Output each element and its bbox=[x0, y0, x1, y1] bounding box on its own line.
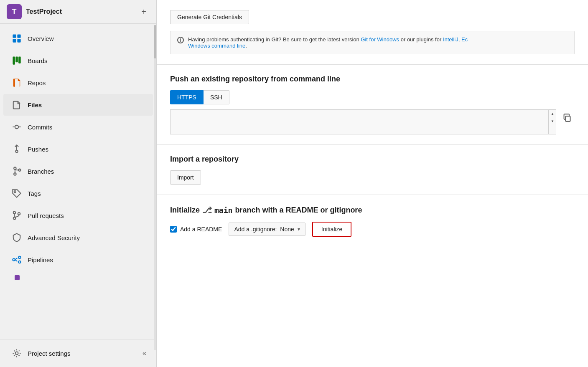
eclipse-link[interactable]: Ec bbox=[461, 36, 468, 43]
security-icon bbox=[10, 231, 23, 244]
commits-icon bbox=[10, 120, 23, 134]
sidebar-item-label: Boards bbox=[28, 57, 48, 64]
svg-rect-3 bbox=[17, 39, 20, 42]
svg-rect-4 bbox=[13, 56, 15, 64]
sidebar-item-pipelines[interactable]: Pipelines bbox=[3, 249, 153, 271]
gitignore-label: Add a .gitignore: bbox=[234, 226, 277, 233]
svg-point-10 bbox=[15, 150, 18, 153]
svg-point-26 bbox=[15, 352, 18, 355]
sidebar-item-label: Branches bbox=[28, 168, 54, 175]
tab-ssh[interactable]: SSH bbox=[204, 90, 229, 104]
add-readme-checkbox-label[interactable]: Add a README bbox=[170, 226, 222, 233]
svg-point-13 bbox=[14, 173, 16, 175]
sidebar-item-label: Pull requests bbox=[28, 212, 64, 219]
init-section: Initialize ⎇ main branch with a README o… bbox=[157, 195, 588, 247]
import-section: Import a repository Import bbox=[157, 145, 588, 195]
svg-rect-1 bbox=[17, 34, 20, 38]
info-text-3: , bbox=[458, 36, 461, 43]
copy-code-button[interactable] bbox=[560, 110, 575, 125]
svg-rect-6 bbox=[18, 56, 21, 63]
svg-rect-5 bbox=[15, 56, 18, 62]
sidebar-item-pushes[interactable]: Pushes bbox=[3, 138, 153, 160]
sidebar: T TestProject + Overview Boards Repos bbox=[0, 0, 157, 367]
main-content: Generate Git Credentials i Having proble… bbox=[157, 0, 588, 367]
git-info-banner: i Having problems authenticating in Git?… bbox=[170, 31, 575, 54]
sidebar-item-label: Repos bbox=[28, 79, 46, 86]
files-icon bbox=[10, 98, 23, 111]
code-textarea[interactable] bbox=[170, 109, 549, 134]
sidebar-item-advanced-security[interactable]: Advanced Security bbox=[3, 227, 153, 248]
windows-cmdline-link[interactable]: Windows command line bbox=[188, 43, 245, 49]
svg-line-25 bbox=[15, 260, 18, 261]
chevron-down-icon: ▾ bbox=[298, 226, 300, 232]
textarea-scrollbar: ▲ ▼ bbox=[549, 109, 556, 134]
code-textarea-container: ▲ ▼ bbox=[170, 109, 556, 134]
import-button[interactable]: Import bbox=[170, 170, 201, 185]
info-icon: i bbox=[177, 37, 184, 43]
init-title-suffix: branch with a README or gitignore bbox=[235, 206, 362, 215]
sidebar-item-files[interactable]: Files bbox=[3, 94, 153, 116]
sidebar-scrollbar-track bbox=[154, 25, 156, 350]
settings-icon bbox=[10, 347, 23, 360]
project-color-indicator bbox=[15, 275, 20, 280]
gen-creds-section: Generate Git Credentials i Having proble… bbox=[157, 0, 588, 65]
git-info-text: Having problems authenticating in Git? B… bbox=[188, 36, 468, 49]
pull-requests-icon bbox=[10, 209, 23, 222]
info-text-2: or our plugins for bbox=[399, 36, 443, 43]
scroll-up-button[interactable]: ▲ bbox=[549, 110, 556, 117]
svg-point-7 bbox=[15, 125, 18, 129]
sidebar-item-overview[interactable]: Overview bbox=[3, 28, 153, 49]
add-readme-checkbox[interactable] bbox=[170, 226, 177, 233]
sidebar-item-boards[interactable]: Boards bbox=[3, 50, 153, 71]
svg-point-18 bbox=[13, 217, 16, 220]
scroll-down-button[interactable]: ▼ bbox=[549, 117, 556, 125]
sidebar-item-commits[interactable]: Commits bbox=[3, 116, 153, 138]
tags-icon bbox=[10, 187, 23, 200]
info-period: . bbox=[245, 43, 247, 49]
svg-point-17 bbox=[13, 211, 16, 214]
sidebar-item-pull-requests[interactable]: Pull requests bbox=[3, 205, 153, 226]
boards-icon bbox=[10, 54, 23, 67]
sidebar-item-tags[interactable]: Tags bbox=[3, 182, 153, 204]
svg-point-23 bbox=[18, 261, 21, 263]
collapse-sidebar-button[interactable]: « bbox=[143, 349, 146, 357]
readme-label: Add a README bbox=[180, 226, 222, 233]
initialize-button[interactable]: Initialize bbox=[312, 222, 352, 237]
sidebar-item-repos[interactable]: Repos bbox=[3, 72, 153, 94]
sidebar-item-label: Advanced Security bbox=[28, 234, 80, 241]
intellij-link[interactable]: IntelliJ bbox=[443, 36, 458, 43]
sidebar-item-label: Pipelines bbox=[28, 256, 53, 263]
tab-https[interactable]: HTTPS bbox=[170, 90, 204, 104]
init-section-title: Initialize ⎇ main branch with a README o… bbox=[170, 205, 575, 215]
pipelines-icon bbox=[10, 253, 23, 266]
project-title: TestProject bbox=[26, 8, 138, 15]
init-title-prefix: Initialize bbox=[170, 206, 200, 215]
sidebar-item-color-dot bbox=[3, 271, 153, 284]
sidebar-scrollbar-thumb[interactable] bbox=[154, 25, 156, 58]
init-options-row: Add a README Add a .gitignore: None ▾ In… bbox=[170, 222, 575, 237]
sidebar-item-branches[interactable]: Branches bbox=[3, 160, 153, 182]
sidebar-item-label: Tags bbox=[28, 190, 41, 197]
svg-rect-27 bbox=[565, 116, 570, 121]
info-text-1: Having problems authenticating in Git? B… bbox=[188, 36, 361, 43]
sidebar-item-label: Overview bbox=[28, 35, 54, 42]
add-project-button[interactable]: + bbox=[138, 6, 150, 18]
sidebar-item-label: Commits bbox=[28, 124, 52, 131]
gitignore-select[interactable]: Add a .gitignore: None ▾ bbox=[229, 223, 305, 236]
project-avatar: T bbox=[7, 4, 22, 19]
git-windows-link[interactable]: Git for Windows bbox=[361, 36, 399, 43]
svg-point-22 bbox=[18, 256, 21, 259]
sidebar-item-project-settings[interactable]: Project settings « bbox=[3, 342, 153, 364]
init-branch-name: main bbox=[214, 206, 232, 215]
branches-icon bbox=[10, 165, 23, 178]
pushes-icon bbox=[10, 142, 23, 156]
generate-git-credentials-button[interactable]: Generate Git Credentials bbox=[170, 10, 249, 24]
svg-point-16 bbox=[14, 191, 16, 192]
svg-rect-0 bbox=[13, 34, 16, 38]
repos-icon bbox=[10, 76, 23, 89]
code-area-wrapper: ▲ ▼ bbox=[170, 109, 575, 134]
overview-icon bbox=[10, 32, 23, 45]
copy-icon bbox=[563, 114, 571, 122]
svg-point-12 bbox=[14, 167, 16, 170]
sidebar-header: T TestProject + bbox=[0, 0, 156, 24]
